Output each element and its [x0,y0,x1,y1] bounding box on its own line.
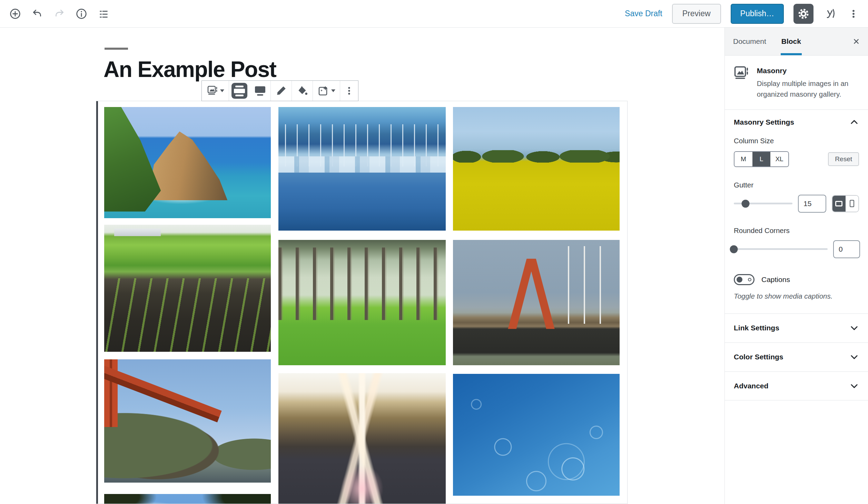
kebab-menu-icon [344,86,354,96]
redo-icon [53,8,65,20]
gallery-image-forest[interactable] [278,240,446,365]
gallery-image-skyleaves[interactable] [104,494,271,504]
save-draft-button[interactable]: Save Draft [625,9,662,18]
effects-button[interactable] [313,81,340,101]
block-toolbar [201,80,358,101]
title-decoration-rule [105,48,128,50]
rounded-corners-label: Rounded Corners [734,226,859,235]
slider-thumb[interactable] [742,200,750,207]
settings-button[interactable] [793,4,813,24]
undo-icon [31,8,43,20]
slider-thumb[interactable] [730,245,738,253]
panel-title: Color Settings [734,353,783,361]
masonry-settings-body: Column Size MLXL Reset Gutter Rounded Co… [725,137,868,313]
edit-gallery-button[interactable] [271,81,292,101]
masonry-layout-icon [231,83,247,99]
paint-bucket-icon [296,85,308,97]
layout-panel-button[interactable] [250,81,270,101]
block-switcher-button[interactable] [202,81,229,101]
panel-masonry-settings[interactable]: Masonry Settings [725,110,868,135]
desktop-toggle-button[interactable] [832,196,846,212]
mobile-toggle-button[interactable] [846,196,859,212]
collapsed-panels: Link SettingsColor SettingsAdvanced [725,313,868,400]
settings-sidebar: Document Block Masonry Display multiple … [724,28,868,504]
preview-button[interactable]: Preview [672,4,721,24]
gutter-input[interactable] [798,195,826,213]
masonry-block-icon [733,65,749,82]
selected-block-edge [96,101,98,504]
sparkle-square-icon [317,85,329,97]
column-size-group: MLXL [734,151,789,167]
chevron-up-icon [849,117,859,127]
panel-title: Advanced [734,382,768,390]
editor-top-bar: Save Draft Preview Publish… [0,0,868,28]
panel-title: Link Settings [734,324,779,332]
block-card: Masonry Display multiple images in an or… [725,56,868,110]
chevron-down-icon [849,381,859,391]
plus-circle-icon [9,8,21,20]
gear-icon [797,8,810,20]
column-size-label: Column Size [734,137,859,145]
yoast-seo-button[interactable] [823,7,837,21]
toggle-ring [748,278,751,281]
chevron-down-icon [331,89,335,92]
layout-masonry-button[interactable] [229,81,250,101]
gallery-image-field[interactable] [453,107,620,231]
gallery-image-cove[interactable] [104,107,271,218]
rounded-corners-slider[interactable] [734,245,828,254]
tab-document[interactable]: Document [726,28,774,55]
rounded-corners-input[interactable] [833,240,860,258]
publish-button[interactable]: Publish… [731,4,784,24]
device-toggle-group [832,195,859,212]
masonry-gallery-block[interactable] [96,101,628,504]
panel-layout-icon [255,86,265,96]
gallery-image-harbor[interactable] [278,107,446,231]
block-navigation-button[interactable] [97,7,110,21]
editor-canvas: An Example Post [0,28,724,504]
panel-color-settings[interactable]: Color Settings [725,342,868,371]
gutter-slider[interactable] [734,199,792,208]
redo-button[interactable] [52,7,66,21]
gallery-image-pier[interactable] [453,240,620,365]
chevron-down-icon [849,352,859,362]
content-structure-button[interactable] [75,7,88,21]
captions-toggle[interactable] [734,274,754,285]
reset-button[interactable]: Reset [828,152,859,166]
post-title[interactable]: An Example Post [103,57,276,82]
panel-advanced[interactable]: Advanced [725,371,868,400]
chevron-down-icon [220,89,224,92]
gutter-label: Gutter [734,181,859,189]
column-size-xl-button[interactable]: XL [770,152,788,166]
top-bar-right-tools: Save Draft Preview Publish… [625,4,860,24]
block-card-description: Display multiple images in an organized … [757,78,858,100]
chevron-down-icon [849,323,859,333]
close-icon [851,36,861,47]
kebab-menu-icon [848,8,859,20]
gallery-image-farm[interactable] [104,225,271,352]
close-sidebar-button[interactable] [849,35,863,48]
captions-help-text: Toggle to show media captions. [734,292,859,300]
add-block-button[interactable] [8,7,22,21]
gallery-image-rain[interactable] [453,374,620,496]
column-size-l-button[interactable]: L [752,152,770,166]
block-more-options-button[interactable] [340,81,358,101]
sidebar-tabs: Document Block [725,28,868,56]
column-size-m-button[interactable]: M [734,152,752,166]
masonry-block-icon [206,85,218,97]
undo-button[interactable] [30,7,44,21]
gallery-image-autumn[interactable] [278,373,446,504]
captions-label: Captions [761,275,790,284]
toggle-knob [737,277,742,282]
panel-title: Masonry Settings [734,118,794,126]
block-card-title: Masonry [757,67,858,75]
gallery-image-bridge[interactable] [104,359,271,483]
top-bar-left-tools [8,7,110,21]
mobile-icon [850,200,854,207]
more-tools-button[interactable] [847,7,860,21]
panel-link-settings[interactable]: Link Settings [725,313,868,342]
yoast-icon [824,8,836,20]
tab-block[interactable]: Block [774,28,809,55]
color-fill-button[interactable] [292,81,313,101]
desktop-icon [835,201,842,206]
list-icon [98,8,109,20]
